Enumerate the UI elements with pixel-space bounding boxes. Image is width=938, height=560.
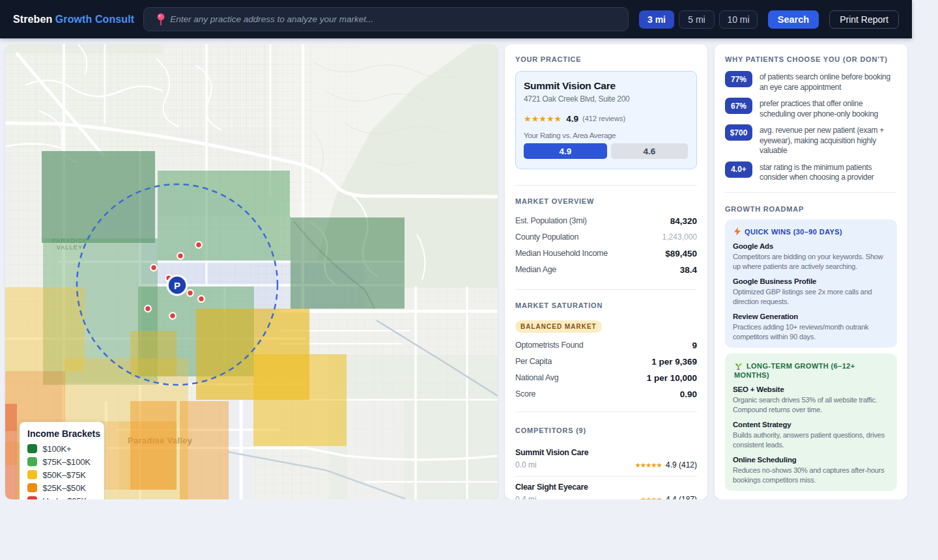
- svg-text:P: P: [174, 280, 180, 291]
